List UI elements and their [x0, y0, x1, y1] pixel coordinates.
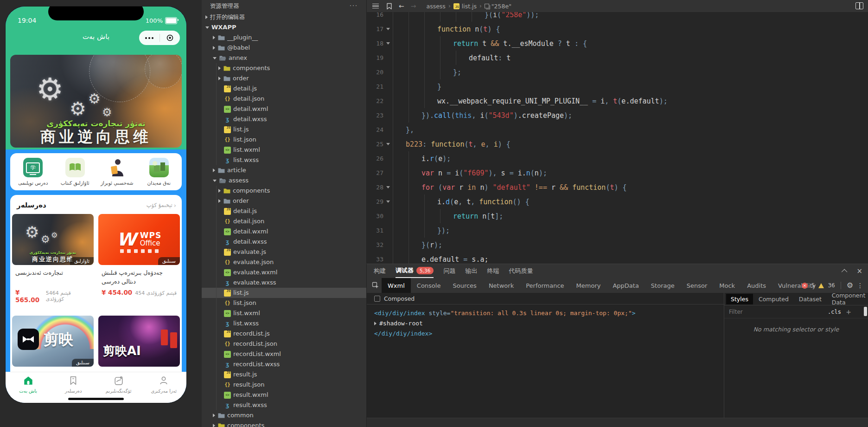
tree-file-detail.wxml[interactable]: <>detail.wxml [202, 104, 366, 114]
inspect-element-icon[interactable] [370, 282, 382, 289]
composed-checkbox[interactable] [374, 296, 380, 302]
back-arrow-icon[interactable]: ← [399, 2, 404, 10]
devtools-tab-wxml[interactable]: Wxml [382, 278, 411, 293]
code-line-27[interactable]: 27var n = i("f609"), s = i.n(n); [367, 166, 868, 180]
code-line-28[interactable]: 28for (var r in n) "default" !== r && fu… [367, 180, 868, 194]
close-minimize-icon[interactable] [160, 34, 180, 42]
tree-file-evaluate.json[interactable]: {}evaluate.json [202, 257, 366, 267]
fold-chevron-icon[interactable] [383, 143, 393, 145]
hero-banner[interactable]: ⚙ ⚙ ⚙ ⚙ تەتۈر تىجارەت تەپەككۈرى 商业逆向思维 [10, 55, 182, 148]
tree-file-evaluate.js[interactable]: JSevaluate.js [202, 247, 366, 257]
tree-file-result.wxml[interactable]: <>result.wxml [202, 390, 366, 400]
tree-file-detail.json[interactable]: {}detail.json [202, 216, 366, 226]
tree-folder-article[interactable]: article [202, 165, 366, 175]
tabbar-item-1[interactable]: باش بەت [6, 372, 51, 403]
capsule-menu[interactable] [139, 31, 180, 45]
panel-tab-终端[interactable]: 终端 [487, 264, 499, 278]
split-editor-icon[interactable] [855, 2, 863, 9]
devtools-tab-mock[interactable]: Mock [713, 278, 741, 293]
devtools-tab-audits[interactable]: Audits [741, 278, 772, 293]
code-line-26[interactable]: 26i.r(e); [367, 151, 868, 166]
quick-nav-item[interactable]: نەق مەيدان [141, 158, 177, 186]
styles-tab-dataset[interactable]: Dataset [794, 294, 826, 304]
tree-file-recordList.json[interactable]: {}recordList.json [202, 339, 366, 349]
tree-folder-components[interactable]: components [202, 63, 366, 73]
fold-chevron-icon[interactable] [383, 201, 393, 203]
devtools-tab-performance[interactable]: Performance [520, 278, 570, 293]
tree-folder-components[interactable]: components [202, 186, 366, 196]
devtools-tab-network[interactable]: Network [483, 278, 520, 293]
tree-folder-common[interactable]: common [202, 410, 366, 421]
tree-file-detail.wxml[interactable]: <>detail.wxml [202, 226, 366, 237]
tree-file-result.wxss[interactable]: ʒresult.wxss [202, 400, 366, 410]
tree-folder-__plugin__[interactable]: __plugin__ [202, 32, 366, 43]
tree-file-detail.js[interactable]: JSdetail.js [202, 206, 366, 216]
devtools-tab-memory[interactable]: Memory [570, 278, 607, 293]
wxml-closing-tag[interactable]: </diy/diy/index> [374, 329, 725, 339]
tree-file-list.js[interactable]: JSlist.js [202, 288, 366, 298]
devtools-tab-storage[interactable]: Storage [645, 278, 681, 293]
styles-tab-computed[interactable]: Computed [754, 294, 793, 304]
kebab-menu-icon[interactable]: ⋮ [857, 282, 863, 289]
explorer-more-icon[interactable]: ··· [350, 0, 358, 12]
tree-folder-components[interactable]: components [202, 421, 366, 427]
settings-gear-icon[interactable]: ⚙ [847, 282, 853, 289]
filter-input[interactable] [728, 308, 799, 316]
fold-chevron-icon[interactable] [383, 28, 393, 30]
code-line-25[interactable]: 25b223: function(t, e, i) { [367, 137, 868, 151]
product-card[interactable]: 剪映سىنلىق [12, 316, 94, 367]
devtools-tab-console[interactable]: Console [411, 278, 447, 293]
bookmark-icon[interactable] [386, 3, 392, 10]
tree-file-result.json[interactable]: {}result.json [202, 380, 366, 390]
close-panel-icon[interactable]: × [856, 268, 862, 275]
code-area[interactable]: 16}(i("258e"));17function n(t) {18return… [367, 7, 868, 264]
panel-tab-问题[interactable]: 问题 [443, 264, 455, 278]
devtools-tab-sources[interactable]: Sources [447, 278, 482, 293]
tree-file-list.wxss[interactable]: ʒlist.wxss [202, 155, 366, 165]
product-card[interactable]: WWPSOfficeسىنلىقجەدۋەل بىرتەرەپ قىلىش دى… [98, 214, 180, 311]
styles-tab-styles[interactable]: Styles [726, 294, 753, 304]
devtools-tab-appdata[interactable]: AppData [606, 278, 645, 293]
tree-file-list.wxml[interactable]: <>list.wxml [202, 308, 366, 318]
code-line-20[interactable]: 20}; [367, 65, 868, 79]
shadow-root-node[interactable]: #shadow-root [374, 318, 725, 329]
add-rule-icon[interactable]: + [846, 308, 851, 316]
breadcrumb-item[interactable]: assess [426, 3, 445, 10]
wxml-open-tag[interactable]: <diy/diy/index style="transition: all 0.… [374, 308, 725, 318]
code-line-32[interactable]: 32}(r); [367, 238, 868, 252]
tree-file-detail.js[interactable]: JSdetail.js [202, 84, 366, 94]
tree-folder-assess[interactable]: assess [202, 175, 366, 186]
tree-file-list.json[interactable]: {}list.json [202, 135, 366, 145]
code-line-19[interactable]: 19default: t [367, 51, 868, 65]
product-card[interactable]: 剪映AI [98, 316, 180, 367]
panel-tab-代码质量[interactable]: 代码质量 [509, 264, 533, 278]
panel-tab-构建[interactable]: 构建 [374, 264, 386, 278]
collapse-panel-icon[interactable] [842, 269, 848, 275]
menu-icon[interactable] [372, 4, 379, 9]
breadcrumb-item[interactable]: JSlist.js [453, 3, 477, 10]
more-link[interactable]: تېخىمۇ كۆپ› [147, 202, 176, 209]
code-line-31[interactable]: 31}); [367, 223, 868, 238]
sidebar-toggle-icon[interactable] [864, 307, 867, 316]
more-menu-icon[interactable] [139, 37, 160, 39]
fold-chevron-icon[interactable] [383, 42, 393, 45]
product-card[interactable]: ⚙⚙⚙تەتۈر تىجارەت تەپەككۈرى商业逆向思维ئاۋازلىق… [12, 214, 94, 311]
forward-arrow-icon[interactable]: → [411, 2, 416, 10]
tree-file-list.wxml[interactable]: <>list.wxml [202, 145, 366, 155]
project-root-wxapp[interactable]: WXAPP [202, 22, 366, 32]
tree-file-recordList.wxml[interactable]: <>recordList.wxml [202, 349, 366, 359]
code-editor[interactable]: 16}(i("258e"));17function n(t) {18return… [366, 0, 868, 264]
code-line-29[interactable]: 29i.d(e, t, function() { [367, 194, 868, 209]
tree-file-detail.json[interactable]: {}detail.json [202, 94, 366, 104]
code-line-22[interactable]: 22wx.__webpack_require_UNI_MP_PLUGIN__ =… [367, 94, 868, 108]
code-line-18[interactable]: 18return t && t.__esModule ? t : { [367, 36, 868, 51]
tabbar-item-4[interactable]: ئەزا مەركىزى [141, 372, 187, 403]
devtools-tab-sensor[interactable]: Sensor [681, 278, 714, 293]
quick-nav-item[interactable]: 学دەرس توپلىمى [15, 158, 51, 186]
tree-file-list.js[interactable]: JSlist.js [202, 124, 366, 135]
fold-chevron-icon[interactable] [383, 186, 393, 188]
panel-tab-输出[interactable]: 输出 [465, 264, 477, 278]
code-line-21[interactable]: 21} [367, 79, 868, 94]
quick-nav-item[interactable]: شەخسىي ئوبراز [99, 158, 135, 186]
tree-folder-@babel[interactable]: @babel [202, 43, 366, 53]
